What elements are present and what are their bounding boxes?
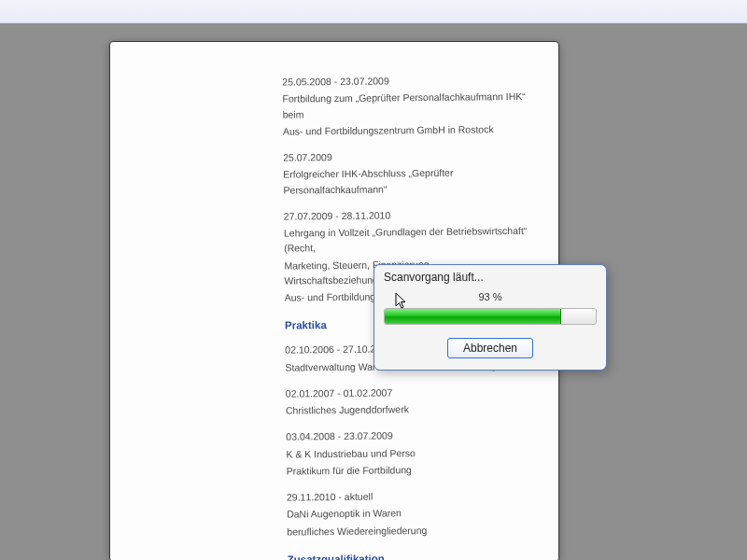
entry-line: Christliches Jugenddorfwerk xyxy=(286,400,533,418)
entry-line: Fortbildung zum „Geprüfter Personalfachk… xyxy=(282,89,529,121)
cv-entry: 25.05.2008 - 23.07.2009 Fortbildung zum … xyxy=(282,72,530,139)
entry-line: DaNi Augenoptik in Waren xyxy=(287,504,534,522)
entry-line: Erfolgreicher IHK-Abschluss „Geprüfter P… xyxy=(283,164,530,197)
dialog-body: 93 % Abbrechen xyxy=(374,291,606,370)
entry-line: Praktikum für die Fortbildung xyxy=(287,461,534,479)
cv-entry: 03.04.2008 - 23.07.2009 K & K Industrieb… xyxy=(286,427,534,479)
cv-entry: 25.07.2009 Erfolgreicher IHK-Abschluss „… xyxy=(283,147,531,198)
entry-line: K & K Industriebau und Perso xyxy=(286,443,533,461)
progress-bar-fill xyxy=(385,309,561,324)
cv-entry: 29.11.2010 - aktuell DaNi Augenoptik in … xyxy=(287,487,535,539)
cancel-button[interactable]: Abbrechen xyxy=(447,338,533,358)
entry-date: 29.11.2010 - aktuell xyxy=(287,487,534,505)
entry-line: Lehrgang in Vollzeit „Grundlagen der Bet… xyxy=(284,223,531,256)
entry-date: 25.05.2008 - 23.07.2009 xyxy=(282,72,529,90)
dialog-title: Scanvorgang läuft... xyxy=(374,265,606,291)
entry-date: 27.07.2009 - 28.11.2010 xyxy=(284,206,531,224)
entry-line: berufliches Wiedereingliederung xyxy=(287,521,534,539)
progress-bar xyxy=(384,308,597,325)
cv-entry: 02.01.2007 - 01.02.2007 Christliches Jug… xyxy=(286,384,533,418)
section-zusatz: Zusatzqualifikation xyxy=(288,550,535,560)
entry-date: 02.01.2007 - 01.02.2007 xyxy=(286,384,533,401)
entry-line: Aus- und Fortbildungszentrum GmbH in Ros… xyxy=(283,121,530,139)
entry-date: 25.07.2009 xyxy=(283,147,530,165)
scan-progress-dialog: Scanvorgang läuft... 93 % Abbrechen xyxy=(374,264,607,371)
entry-date: 03.04.2008 - 23.07.2009 xyxy=(286,427,533,444)
app-toolbar-strip xyxy=(0,0,747,23)
progress-percent-label: 93 % xyxy=(384,291,597,302)
